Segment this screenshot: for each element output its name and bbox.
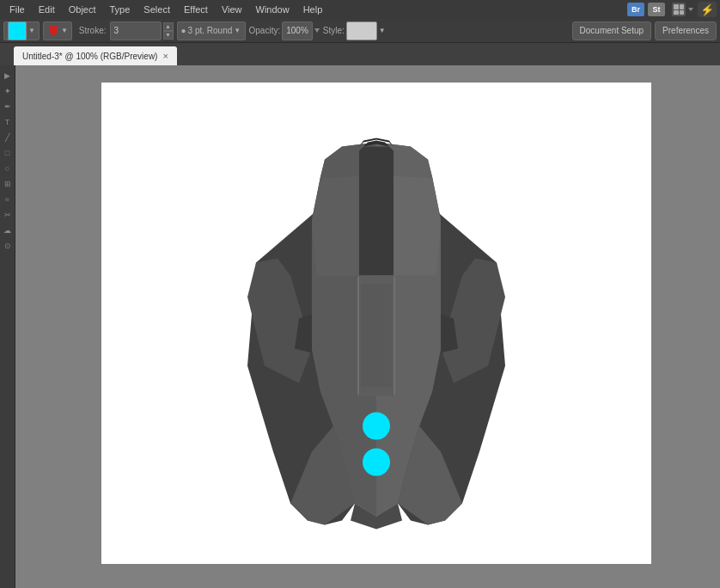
menu-select[interactable]: Select	[137, 3, 176, 16]
svg-rect-0	[49, 26, 58, 33]
fill-color-swatch[interactable]: ▼	[3, 21, 40, 40]
opacity-input[interactable]: 100%	[282, 21, 313, 40]
left-tool-6[interactable]: □	[1, 146, 15, 160]
opacity-dropdown-arrow[interactable]	[314, 28, 320, 33]
stroke-label: Stroke:	[79, 26, 107, 35]
document-tab[interactable]: Untitled-3* @ 100% (RGB/Preview) ×	[14, 46, 177, 65]
style-label: Style:	[323, 26, 345, 35]
menu-type[interactable]: Type	[104, 3, 137, 16]
menu-effect[interactable]: Effect	[178, 3, 214, 16]
artboard	[101, 83, 651, 564]
left-tool-9[interactable]: ≈	[1, 193, 15, 206]
fill-dropdown-arrow: ▼	[28, 27, 35, 34]
grid-icon[interactable]	[672, 3, 686, 16]
style-dropdown-arrow[interactable]: ▼	[379, 27, 386, 34]
menu-view[interactable]: View	[216, 3, 248, 16]
menu-bar: File Edit Object Type Select Effect View…	[0, 0, 720, 19]
stroke-style-arrow: ▼	[234, 27, 241, 34]
preferences-button[interactable]: Preferences	[655, 21, 717, 40]
stroke-weight-arrows: ▲ ▼	[163, 22, 174, 40]
stroke-weight-down[interactable]: ▼	[163, 31, 174, 40]
opacity-value-text: 100%	[286, 26, 308, 35]
stroke-style-label: 3 pt. Round	[188, 26, 233, 35]
style-swatch[interactable]	[346, 21, 377, 40]
canvas-area[interactable]	[15, 65, 720, 588]
left-tool-1[interactable]: ▶	[1, 69, 15, 83]
mouse-illustration	[213, 126, 540, 538]
left-tool-7[interactable]: ○	[1, 162, 15, 175]
left-tool-4[interactable]: T	[1, 115, 15, 129]
toolbar: ▼ ▼ Stroke: 3 ▲ ▼ ● 3 pt. Round ▼ Opacit…	[0, 19, 720, 43]
stroke-weight-input[interactable]: 3	[110, 21, 162, 40]
grid-dropdown-arrow[interactable]	[687, 3, 694, 16]
stroke-dot: ●	[181, 26, 186, 35]
svg-rect-1	[52, 33, 55, 35]
main-area: ▶ ✦ ✒ T ╱ □ ○ ⊞ ≈ ✂ ☁ ⊙	[0, 65, 720, 588]
menu-window[interactable]: Window	[250, 3, 296, 16]
menu-file[interactable]: File	[3, 3, 31, 16]
opacity-area: Opacity: 100%	[249, 21, 320, 40]
svg-point-6	[363, 449, 390, 476]
tab-close-button[interactable]: ×	[162, 51, 168, 61]
stroke-style-dropdown[interactable]: ● 3 pt. Round ▼	[177, 21, 246, 40]
brush-icon	[47, 25, 59, 37]
document-setup-button[interactable]: Document Setup	[572, 21, 652, 40]
tab-title: Untitled-3* @ 100% (RGB/Preview)	[22, 52, 157, 61]
opacity-label: Opacity:	[249, 26, 281, 35]
style-area: Style: ▼	[323, 21, 386, 40]
svg-point-5	[363, 413, 390, 440]
stock-icon[interactable]: St	[648, 3, 665, 16]
left-tool-3[interactable]: ✒	[1, 100, 15, 113]
bridge-icon[interactable]: Br	[627, 3, 644, 16]
left-toolbar: ▶ ✦ ✒ T ╱ □ ○ ⊞ ≈ ✂ ☁ ⊙	[0, 65, 15, 588]
left-tool-10[interactable]: ✂	[1, 208, 15, 222]
menu-object[interactable]: Object	[63, 3, 102, 16]
left-tool-5[interactable]: ╱	[1, 131, 15, 144]
menu-edit[interactable]: Edit	[33, 3, 61, 16]
menu-help[interactable]: Help	[297, 3, 329, 16]
fill-color[interactable]	[8, 21, 27, 40]
bridge-icons-area: Br St ⚡	[627, 2, 717, 17]
lightning-button[interactable]: ⚡	[698, 2, 717, 17]
svg-rect-2	[52, 35, 54, 36]
tab-row: Untitled-3* @ 100% (RGB/Preview) ×	[0, 43, 720, 65]
left-tool-8[interactable]: ⊞	[1, 177, 15, 191]
left-tool-2[interactable]: ✦	[1, 84, 15, 98]
stroke-weight-control: 3 ▲ ▼	[110, 21, 174, 40]
left-tool-11[interactable]: ☁	[1, 224, 15, 237]
stroke-weight-up[interactable]: ▲	[163, 22, 174, 31]
left-tool-12[interactable]: ⊙	[1, 239, 15, 253]
brush-dropdown-arrow: ▼	[61, 27, 68, 34]
brush-tool-btn[interactable]: ▼	[43, 21, 72, 40]
